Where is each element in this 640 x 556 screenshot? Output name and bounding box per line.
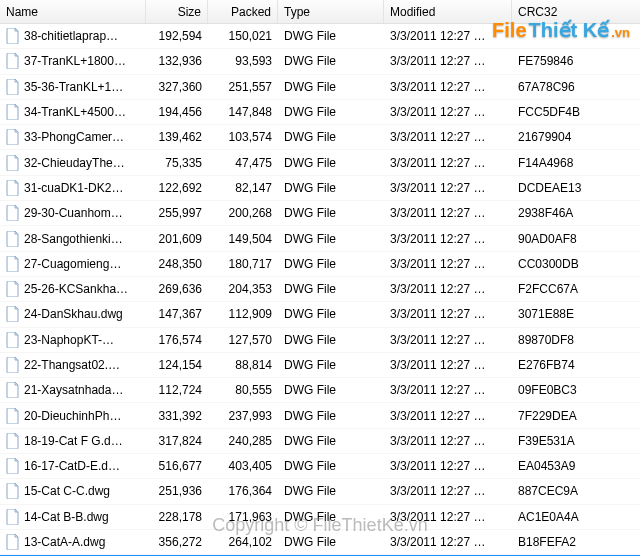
- cell-size: 201,609: [146, 232, 208, 246]
- table-row[interactable]: 37-TranKL+1800…132,93693,593DWG File3/3/…: [0, 49, 640, 74]
- cell-packed: 147,848: [208, 105, 278, 119]
- file-name-label: 32-ChieudayThe…: [24, 156, 125, 170]
- table-row[interactable]: 29-30-Cuanhom…255,997200,268DWG File3/3/…: [0, 201, 640, 226]
- cell-name[interactable]: 38-chitietlaprap…: [0, 28, 146, 44]
- file-name-label: 13-CatA-A.dwg: [24, 535, 105, 549]
- table-row[interactable]: 18-19-Cat F G.d…317,824240,285DWG File3/…: [0, 429, 640, 454]
- cell-type: DWG File: [278, 29, 384, 43]
- cell-packed: 403,405: [208, 459, 278, 473]
- table-row[interactable]: 23-NaphopKT-…176,574127,570DWG File3/3/2…: [0, 328, 640, 353]
- cell-crc: AC1E0A4A: [512, 510, 612, 524]
- table-row[interactable]: 14-Cat B-B.dwg228,178171,963DWG File3/3/…: [0, 505, 640, 530]
- table-row[interactable]: 32-ChieudayThe…75,33547,475DWG File3/3/2…: [0, 150, 640, 175]
- cell-crc: CC0300DB: [512, 257, 612, 271]
- cell-size: 248,350: [146, 257, 208, 271]
- table-row[interactable]: 34-TranKL+4500…194,456147,848DWG File3/3…: [0, 100, 640, 125]
- cell-packed: 127,570: [208, 333, 278, 347]
- cell-modified: 3/3/2011 12:27 …: [384, 80, 512, 94]
- logo-part-a: File: [492, 19, 526, 42]
- cell-type: DWG File: [278, 206, 384, 220]
- cell-packed: 80,555: [208, 383, 278, 397]
- cell-name[interactable]: 18-19-Cat F G.d…: [0, 433, 146, 449]
- table-row[interactable]: 31-cuaDK1-DK2…122,69282,147DWG File3/3/2…: [0, 176, 640, 201]
- cell-size: 516,677: [146, 459, 208, 473]
- table-row[interactable]: 25-26-KCSankha…269,636204,353DWG File3/3…: [0, 277, 640, 302]
- table-row[interactable]: 15-Cat C-C.dwg251,936176,364DWG File3/3/…: [0, 479, 640, 504]
- file-icon: [6, 104, 20, 120]
- file-name-label: 18-19-Cat F G.d…: [24, 434, 123, 448]
- file-icon: [6, 509, 20, 525]
- file-icon: [6, 180, 20, 196]
- file-name-label: 29-30-Cuanhom…: [24, 206, 123, 220]
- file-icon: [6, 458, 20, 474]
- table-row[interactable]: 20-DieuchinhPh…331,392237,993DWG File3/3…: [0, 403, 640, 428]
- cell-size: 228,178: [146, 510, 208, 524]
- cell-name[interactable]: 16-17-CatD-E.d…: [0, 458, 146, 474]
- file-list: 38-chitietlaprap…192,594150,021DWG File3…: [0, 24, 640, 556]
- cell-type: DWG File: [278, 156, 384, 170]
- cell-name[interactable]: 35-36-TranKL+1…: [0, 79, 146, 95]
- cell-modified: 3/3/2011 12:27 …: [384, 181, 512, 195]
- table-row[interactable]: 33-PhongCamer…139,462103,574DWG File3/3/…: [0, 125, 640, 150]
- cell-modified: 3/3/2011 12:27 …: [384, 484, 512, 498]
- cell-name[interactable]: 27-Cuagomieng…: [0, 256, 146, 272]
- cell-packed: 103,574: [208, 130, 278, 144]
- col-header-packed[interactable]: Packed: [208, 0, 278, 23]
- cell-name[interactable]: 31-cuaDK1-DK2…: [0, 180, 146, 196]
- cell-size: 327,360: [146, 80, 208, 94]
- logo-part-c: .vn: [611, 25, 630, 40]
- cell-crc: DCDEAE13: [512, 181, 612, 195]
- cell-name[interactable]: 20-DieuchinhPh…: [0, 408, 146, 424]
- cell-packed: 204,353: [208, 282, 278, 296]
- cell-crc: EA0453A9: [512, 459, 612, 473]
- cell-name[interactable]: 14-Cat B-B.dwg: [0, 509, 146, 525]
- cell-name[interactable]: 28-Sangothienki…: [0, 231, 146, 247]
- file-icon: [6, 281, 20, 297]
- table-row[interactable]: 35-36-TranKL+1…327,360251,557DWG File3/3…: [0, 75, 640, 100]
- cell-packed: 82,147: [208, 181, 278, 195]
- file-icon: [6, 256, 20, 272]
- cell-size: 331,392: [146, 409, 208, 423]
- col-header-size[interactable]: Size: [146, 0, 208, 23]
- cell-name[interactable]: 22-Thangsat02.…: [0, 357, 146, 373]
- cell-name[interactable]: 13-CatA-A.dwg: [0, 534, 146, 550]
- cell-size: 269,636: [146, 282, 208, 296]
- cell-crc: 3071E88E: [512, 307, 612, 321]
- file-icon: [6, 79, 20, 95]
- cell-type: DWG File: [278, 484, 384, 498]
- col-header-name[interactable]: Name: [0, 0, 146, 23]
- cell-name[interactable]: 24-DanSkhau.dwg: [0, 306, 146, 322]
- cell-name[interactable]: 25-26-KCSankha…: [0, 281, 146, 297]
- cell-name[interactable]: 15-Cat C-C.dwg: [0, 483, 146, 499]
- table-row[interactable]: 22-Thangsat02.…124,15488,814DWG File3/3/…: [0, 353, 640, 378]
- table-row[interactable]: 13-CatA-A.dwg356,272264,102DWG File3/3/2…: [0, 530, 640, 555]
- cell-type: DWG File: [278, 282, 384, 296]
- table-row[interactable]: 21-Xaysatnhada…112,72480,555DWG File3/3/…: [0, 378, 640, 403]
- file-icon: [6, 53, 20, 69]
- cell-type: DWG File: [278, 181, 384, 195]
- cell-modified: 3/3/2011 12:27 …: [384, 156, 512, 170]
- cell-name[interactable]: 37-TranKL+1800…: [0, 53, 146, 69]
- cell-name[interactable]: 33-PhongCamer…: [0, 129, 146, 145]
- cell-name[interactable]: 21-Xaysatnhada…: [0, 382, 146, 398]
- cell-packed: 171,963: [208, 510, 278, 524]
- cell-packed: 93,593: [208, 54, 278, 68]
- col-header-type[interactable]: Type: [278, 0, 384, 23]
- cell-modified: 3/3/2011 12:27 …: [384, 206, 512, 220]
- file-name-label: 37-TranKL+1800…: [24, 54, 126, 68]
- cell-modified: 3/3/2011 12:27 …: [384, 409, 512, 423]
- table-row[interactable]: 24-DanSkhau.dwg147,367112,909DWG File3/3…: [0, 302, 640, 327]
- table-row[interactable]: 16-17-CatD-E.d…516,677403,405DWG File3/3…: [0, 454, 640, 479]
- cell-modified: 3/3/2011 12:27 …: [384, 105, 512, 119]
- file-icon: [6, 129, 20, 145]
- cell-name[interactable]: 23-NaphopKT-…: [0, 332, 146, 348]
- file-icon: [6, 28, 20, 44]
- cell-size: 255,997: [146, 206, 208, 220]
- cell-name[interactable]: 29-30-Cuanhom…: [0, 205, 146, 221]
- table-row[interactable]: 28-Sangothienki…201,609149,504DWG File3/…: [0, 226, 640, 251]
- file-icon: [6, 332, 20, 348]
- cell-crc: E276FB74: [512, 358, 612, 372]
- cell-name[interactable]: 34-TranKL+4500…: [0, 104, 146, 120]
- table-row[interactable]: 27-Cuagomieng…248,350180,717DWG File3/3/…: [0, 252, 640, 277]
- cell-name[interactable]: 32-ChieudayThe…: [0, 155, 146, 171]
